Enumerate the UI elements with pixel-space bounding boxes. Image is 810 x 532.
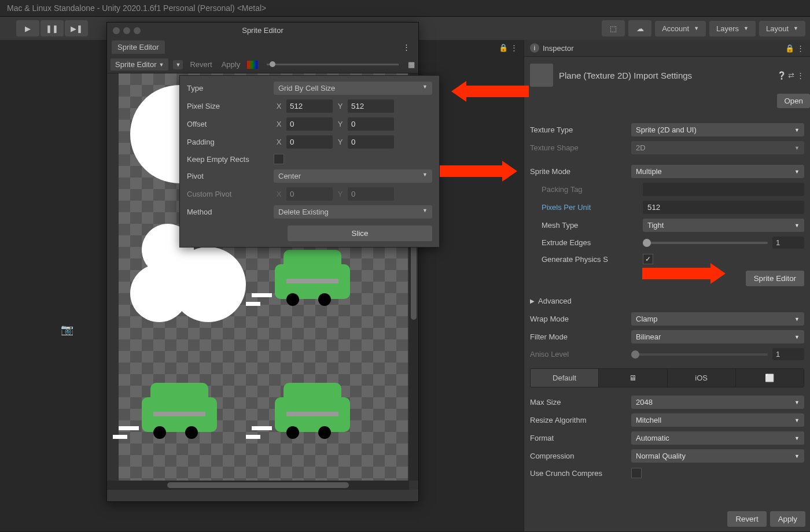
window-titlebar: Mac & Linux Standalone - Unity 2020.1.6f… bbox=[0, 0, 810, 17]
extrude-edges-value[interactable]: 1 bbox=[772, 237, 804, 249]
texture-shape-select: 2D▼ bbox=[631, 141, 804, 154]
inspector-help-icons[interactable]: ❔ ⇄ ⋮ bbox=[777, 71, 804, 80]
asset-thumbnail bbox=[530, 64, 553, 87]
pixel-size-label: Pixel Size bbox=[187, 102, 274, 110]
offset-y-input[interactable] bbox=[348, 117, 394, 131]
mesh-type-select[interactable]: Tight▼ bbox=[643, 219, 804, 232]
mesh-type-label: Mesh Type bbox=[542, 221, 643, 230]
sprite-editor-mode-dropdown[interactable]: Sprite Editor▼ bbox=[111, 58, 168, 71]
slice-panel: Type Grid By Cell Size▼ Pixel Size X Y O… bbox=[179, 75, 440, 247]
extrude-edges-label: Extrude Edges bbox=[542, 238, 643, 247]
pivot-select[interactable]: Center▼ bbox=[274, 169, 432, 183]
sprite-editor-tab[interactable]: Sprite Editor bbox=[112, 40, 165, 54]
inspector-lock[interactable]: 🔒 ⋮ bbox=[785, 44, 804, 53]
aniso-level-value: 1 bbox=[772, 348, 804, 360]
pixel-size-y-input[interactable] bbox=[348, 99, 394, 113]
generate-physics-checkbox[interactable] bbox=[643, 254, 653, 264]
max-size-label: Max Size bbox=[530, 398, 631, 407]
grid-icon[interactable]: ▦ bbox=[408, 60, 415, 69]
kebab-icon[interactable]: ⋮ bbox=[399, 43, 414, 51]
generate-physics-label: Generate Physics S bbox=[542, 255, 643, 264]
play-button[interactable]: ▶ bbox=[16, 20, 39, 36]
aniso-level-label: Aniso Level bbox=[530, 350, 631, 359]
camera-icon: 📷 bbox=[61, 323, 73, 336]
wrap-mode-select[interactable]: Clamp▼ bbox=[631, 312, 804, 326]
resize-algo-label: Resize Algorithm bbox=[530, 416, 631, 424]
keep-empty-checkbox[interactable] bbox=[274, 154, 284, 164]
method-label: Method bbox=[187, 208, 274, 216]
packing-tag-label: Packing Tag bbox=[542, 185, 643, 194]
texture-shape-label: Texture Shape bbox=[530, 143, 631, 152]
slice-dropdown-toggle[interactable]: ▼ bbox=[173, 60, 183, 69]
resize-algo-select[interactable]: Mitchell▼ bbox=[631, 413, 804, 427]
inspector-tab[interactable]: i Inspector 🔒 ⋮ bbox=[524, 40, 810, 57]
apply-button[interactable]: Apply bbox=[770, 511, 805, 527]
layers-dropdown[interactable]: Layers▼ bbox=[709, 21, 756, 36]
offset-x-input[interactable] bbox=[286, 117, 333, 131]
platform-tab-ios[interactable]: iOS bbox=[668, 369, 736, 387]
aniso-level-slider bbox=[631, 353, 768, 356]
rgb-icon[interactable] bbox=[247, 61, 257, 69]
layout-dropdown[interactable]: Layout▼ bbox=[759, 21, 805, 36]
collab-icon[interactable]: ⬚ bbox=[602, 20, 625, 36]
slice-type-label: Type bbox=[187, 84, 274, 93]
max-size-select[interactable]: 2048▼ bbox=[631, 396, 804, 409]
packing-tag-input[interactable] bbox=[643, 183, 804, 196]
platform-tab-web[interactable]: ⬜ bbox=[736, 369, 804, 387]
pixels-per-unit-label: Pixels Per Unit bbox=[542, 203, 643, 212]
revert-button[interactable]: Revert bbox=[727, 511, 766, 527]
cloud-icon[interactable]: ☁ bbox=[628, 20, 651, 36]
sprite-editor-button[interactable]: Sprite Editor bbox=[746, 271, 804, 286]
crunch-checkbox[interactable] bbox=[631, 468, 642, 478]
sprite-mode-select[interactable]: Multiple▼ bbox=[631, 165, 804, 178]
padding-y-input[interactable] bbox=[348, 135, 394, 149]
slice-button[interactable]: Slice bbox=[288, 226, 432, 241]
format-select[interactable]: Automatic▼ bbox=[631, 431, 804, 445]
panel-lock-controls[interactable]: 🔒 ⋮ bbox=[499, 43, 518, 52]
platform-tab-pc[interactable]: 🖥 bbox=[599, 369, 667, 387]
sprite-apply-button[interactable]: Apply bbox=[219, 60, 243, 69]
maximize-dot[interactable] bbox=[134, 27, 141, 34]
wrap-mode-label: Wrap Mode bbox=[530, 315, 631, 323]
pause-button[interactable]: ❚❚ bbox=[41, 20, 64, 36]
custom-pivot-x-input bbox=[286, 187, 333, 201]
close-dot[interactable] bbox=[113, 27, 120, 34]
account-dropdown[interactable]: Account▼ bbox=[655, 21, 706, 36]
extrude-edges-slider[interactable] bbox=[643, 242, 768, 244]
compression-select[interactable]: Normal Quality▼ bbox=[631, 449, 804, 463]
sprite-mode-label: Sprite Mode bbox=[530, 167, 631, 176]
info-icon: i bbox=[530, 43, 539, 53]
padding-x-input[interactable] bbox=[286, 135, 333, 149]
texture-type-label: Texture Type bbox=[530, 125, 631, 134]
advanced-section[interactable]: ▶Advanced bbox=[524, 292, 810, 310]
asset-title: Plane (Texture 2D) Import Settings bbox=[559, 71, 692, 80]
pivot-label: Pivot bbox=[187, 172, 274, 180]
texture-type-select[interactable]: Sprite (2D and UI)▼ bbox=[631, 123, 804, 136]
platform-tabs: Default 🖥 iOS ⬜ bbox=[530, 368, 804, 387]
inspector-panel: i Inspector 🔒 ⋮ Plane (Texture 2D) Impor… bbox=[524, 40, 810, 531]
horizontal-scrollbar[interactable] bbox=[107, 481, 409, 490]
format-label: Format bbox=[530, 434, 631, 442]
filter-mode-label: Filter Mode bbox=[530, 332, 631, 341]
sprite-editor-title: Sprite Editor bbox=[242, 26, 284, 35]
platform-tab-default[interactable]: Default bbox=[531, 369, 599, 387]
sprite-editor-titlebar[interactable]: Sprite Editor bbox=[107, 23, 418, 38]
pixels-per-unit-input[interactable] bbox=[643, 201, 804, 214]
offset-label: Offset bbox=[187, 120, 274, 128]
padding-label: Padding bbox=[187, 138, 274, 146]
sprite-revert-button[interactable]: Revert bbox=[187, 60, 214, 69]
filter-mode-select[interactable]: Bilinear▼ bbox=[631, 330, 804, 343]
open-button[interactable]: Open bbox=[777, 94, 810, 108]
compression-label: Compression bbox=[530, 452, 631, 460]
keep-empty-label: Keep Empty Rects bbox=[187, 155, 274, 164]
crunch-label: Use Crunch Compres bbox=[530, 469, 631, 478]
method-select[interactable]: Delete Existing▼ bbox=[274, 205, 432, 219]
zoom-slider[interactable] bbox=[267, 64, 399, 65]
custom-pivot-label: Custom Pivot bbox=[187, 190, 274, 198]
step-button[interactable]: ▶❚ bbox=[65, 20, 88, 36]
minimize-dot[interactable] bbox=[123, 27, 130, 34]
custom-pivot-y-input bbox=[348, 187, 394, 201]
pixel-size-x-input[interactable] bbox=[286, 99, 333, 113]
slice-type-select[interactable]: Grid By Cell Size▼ bbox=[274, 82, 432, 95]
